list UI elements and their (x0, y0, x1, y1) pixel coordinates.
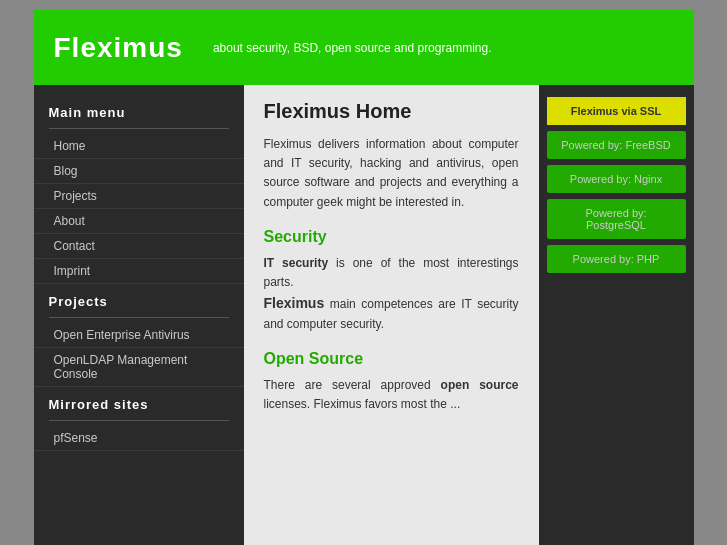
main-intro-text: Fleximus delivers information about comp… (264, 135, 519, 212)
sidebar-item-blog[interactable]: Blog (34, 159, 244, 184)
powered-freebsd-button[interactable]: Powered by: FreeBSD (547, 131, 686, 159)
security-fleximus: Fleximus (264, 295, 325, 311)
content-area: Main menu Home Blog Projects About Conta… (34, 85, 694, 545)
main-menu-divider (49, 128, 229, 129)
site-title: Fleximus (54, 32, 183, 64)
projects-divider (49, 317, 229, 318)
opensource-section-title: Open Source (264, 350, 519, 368)
ssl-button[interactable]: Fleximus via SSL (547, 97, 686, 125)
mirrored-title: Mirrored sites (34, 387, 244, 417)
sidebar-item-about[interactable]: About (34, 209, 244, 234)
security-bold-text: IT security (264, 256, 329, 270)
header: Fleximus about security, BSD, open sourc… (34, 10, 694, 85)
opensource-bold: open source (441, 378, 519, 392)
sidebar-item-openldap[interactable]: OpenLDAP Management Console (34, 348, 244, 387)
right-sidebar: Fleximus via SSL Powered by: FreeBSD Pow… (539, 85, 694, 545)
sidebar-item-home[interactable]: Home (34, 134, 244, 159)
sidebar-item-imprint[interactable]: Imprint (34, 259, 244, 284)
site-tagline: about security, BSD, open source and pro… (213, 41, 492, 55)
powered-php-button[interactable]: Powered by: PHP (547, 245, 686, 273)
main-content: Fleximus Home Fleximus delivers informat… (244, 85, 539, 545)
sidebar-item-projects[interactable]: Projects (34, 184, 244, 209)
sidebar-item-pfsense[interactable]: pfSense (34, 426, 244, 451)
opensource-section-text: There are several approved open source l… (264, 376, 519, 414)
sidebar-item-antivirus[interactable]: Open Enterprise Antivirus (34, 323, 244, 348)
powered-postgresql-button[interactable]: Powered by: PostgreSQL (547, 199, 686, 239)
page-title: Fleximus Home (264, 100, 519, 123)
security-section-text: IT security is one of the most interesti… (264, 254, 519, 334)
main-menu-title: Main menu (34, 95, 244, 125)
sidebar-item-contact[interactable]: Contact (34, 234, 244, 259)
left-sidebar: Main menu Home Blog Projects About Conta… (34, 85, 244, 545)
security-section-title: Security (264, 228, 519, 246)
mirrored-divider (49, 420, 229, 421)
powered-nginx-button[interactable]: Powered by: Nginx (547, 165, 686, 193)
projects-title: Projects (34, 284, 244, 314)
page-wrapper: Fleximus about security, BSD, open sourc… (34, 10, 694, 545)
